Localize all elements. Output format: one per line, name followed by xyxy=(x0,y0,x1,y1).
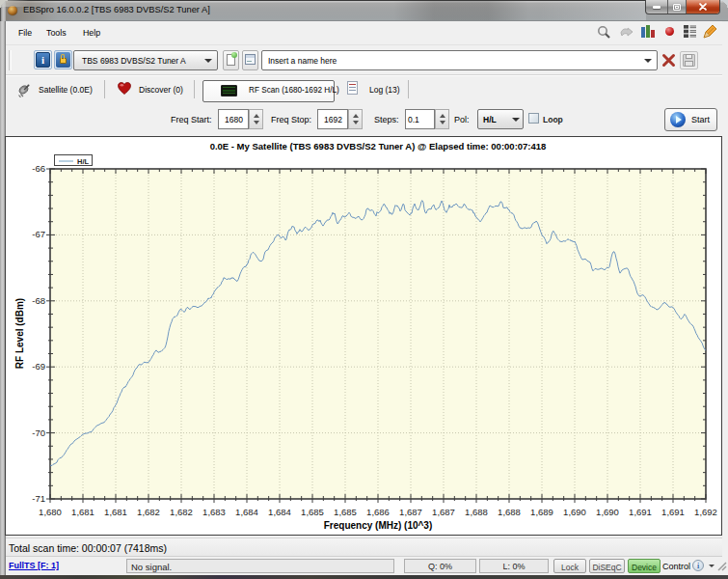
svg-text:1,682: 1,682 xyxy=(170,507,193,517)
svg-text:1,686: 1,686 xyxy=(366,507,390,517)
svg-text:-70: -70 xyxy=(32,427,45,438)
svg-text:1,687: 1,687 xyxy=(399,507,422,517)
svg-text:-69: -69 xyxy=(32,361,45,372)
svg-text:-67: -67 xyxy=(32,229,45,239)
svg-text:1,682: 1,682 xyxy=(137,507,160,517)
svg-text:1,681: 1,681 xyxy=(104,507,127,517)
svg-text:1,680: 1,680 xyxy=(39,507,62,517)
svg-text:1,690: 1,690 xyxy=(596,507,619,517)
svg-text:1,690: 1,690 xyxy=(563,507,586,517)
svg-text:1,691: 1,691 xyxy=(629,507,652,517)
svg-text:-66: -66 xyxy=(32,163,45,174)
svg-text:1,692: 1,692 xyxy=(694,507,717,517)
svg-text:1,688: 1,688 xyxy=(498,507,521,517)
svg-text:1,684: 1,684 xyxy=(235,507,258,517)
svg-text:1,691: 1,691 xyxy=(661,507,685,517)
svg-text:1,681: 1,681 xyxy=(71,507,94,517)
svg-text:1,685: 1,685 xyxy=(301,507,324,517)
svg-text:1,684: 1,684 xyxy=(268,507,291,517)
svg-text:-68: -68 xyxy=(32,295,45,306)
svg-text:1,683: 1,683 xyxy=(202,507,226,517)
svg-text:1,689: 1,689 xyxy=(530,507,553,517)
svg-text:1,687: 1,687 xyxy=(432,507,455,517)
svg-text:-71: -71 xyxy=(32,493,45,504)
svg-text:1,688: 1,688 xyxy=(465,507,488,517)
svg-text:1,685: 1,685 xyxy=(334,507,357,517)
